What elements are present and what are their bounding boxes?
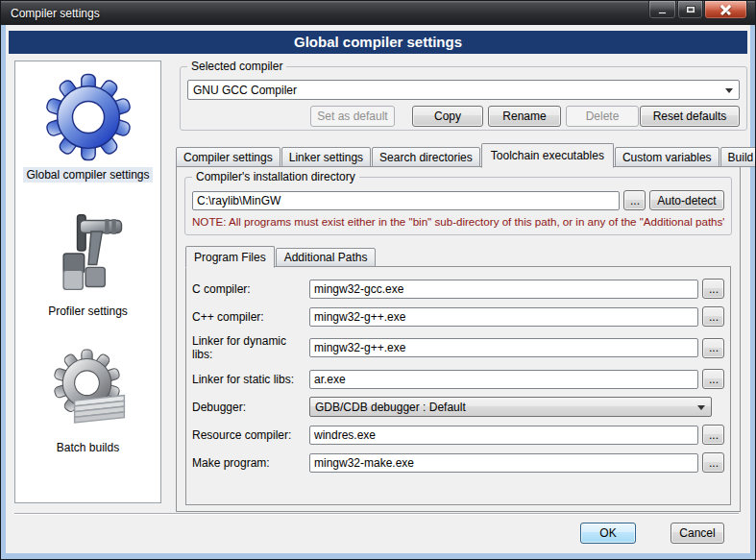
cpp-compiler-row: C++ compiler: ... [192, 306, 724, 327]
minimize-icon [658, 12, 667, 14]
compiler-buttons-row: Set as default Copy Rename Delete Reset … [187, 106, 740, 127]
sidebar-item-label: Global compiler settings [23, 167, 152, 183]
selected-compiler-group-label: Selected compiler [187, 60, 286, 73]
tab-build-options[interactable]: Build options [720, 147, 756, 167]
ok-button[interactable]: OK [580, 523, 636, 544]
static-linker-label: Linker for static libs: [192, 373, 309, 386]
installation-directory-row: ... Auto-detect [192, 190, 724, 210]
make-program-row: Make program: ... [192, 452, 724, 473]
blue-gear-icon [42, 71, 134, 163]
c-compiler-browse-button[interactable]: ... [702, 279, 724, 299]
cancel-button[interactable]: Cancel [671, 523, 724, 544]
static-linker-browse-button[interactable]: ... [702, 369, 724, 389]
chevron-down-icon [725, 88, 733, 93]
resource-compiler-row: Resource compiler: ... [192, 425, 724, 445]
debugger-combobox[interactable]: GDB/CDB debugger : Default [309, 397, 712, 417]
main-panel: Selected compiler GNU GCC Compiler Set a… [171, 61, 749, 512]
tab-compiler-settings[interactable]: Compiler settings [176, 147, 280, 167]
make-program-input[interactable] [309, 453, 698, 473]
close-button[interactable] [704, 1, 747, 19]
c-compiler-input[interactable] [309, 280, 698, 299]
titlebar[interactable]: Compiler settings [1, 1, 755, 25]
static-linker-row: Linker for static libs: ... [192, 369, 724, 389]
main-tabstrip: Compiler settings Linker settings Search… [171, 142, 749, 167]
reset-defaults-button[interactable]: Reset defaults [640, 106, 740, 127]
tab-toolchain-executables[interactable]: Toolchain executables [481, 143, 614, 168]
cpp-compiler-label: C++ compiler: [192, 310, 309, 324]
debugger-row: Debugger: GDB/CDB debugger : Default [192, 397, 724, 417]
c-compiler-label: C compiler: [192, 282, 309, 296]
dynamic-linker-label: Linker for dynamic libs: [192, 334, 309, 361]
debugger-value: GDB/CDB debugger : Default [315, 401, 466, 414]
resource-compiler-label: Resource compiler: [192, 428, 309, 442]
tab-linker-settings[interactable]: Linker settings [281, 147, 371, 167]
bin-subdirectory-note: NOTE: All programs must exist either in … [192, 215, 724, 228]
auto-detect-button[interactable]: Auto-detect [649, 190, 724, 210]
sidebar-item-label: Batch builds [54, 440, 122, 455]
resource-compiler-browse-button[interactable]: ... [702, 425, 724, 445]
window-title: Compiler settings [1, 7, 100, 20]
footer-buttons: OK Cancel [580, 523, 724, 544]
sidebar-item-label: Profiler settings [45, 304, 131, 319]
resource-compiler-input[interactable] [309, 426, 698, 445]
selected-compiler-group: Selected compiler GNU GCC Compiler Set a… [180, 66, 747, 131]
dynamic-linker-input[interactable] [309, 338, 698, 357]
make-program-browse-button[interactable]: ... [702, 452, 724, 473]
tab-custom-variables[interactable]: Custom variables [615, 147, 719, 167]
dialog-header-title: Global compiler settings [9, 31, 747, 54]
set-as-default-button[interactable]: Set as default [310, 106, 395, 127]
selected-compiler-value: GNU GCC Compiler [193, 84, 297, 97]
sidebar-item-global-compiler-settings[interactable]: Global compiler settings [15, 71, 160, 183]
dynamic-linker-row: Linker for dynamic libs: ... [192, 334, 724, 361]
window-controls [647, 1, 747, 19]
copy-button[interactable]: Copy [412, 106, 483, 127]
close-icon [720, 5, 731, 15]
delete-button[interactable]: Delete [566, 106, 639, 127]
dynamic-linker-browse-button[interactable]: ... [702, 338, 724, 358]
installation-directory-browse-button[interactable]: ... [623, 190, 646, 210]
sidebar-item-batch-builds[interactable]: Batch builds [15, 344, 160, 455]
maximize-button[interactable] [677, 1, 703, 19]
static-linker-input[interactable] [309, 370, 698, 389]
make-program-label: Make program: [192, 456, 309, 470]
installation-directory-input[interactable] [192, 191, 620, 210]
footer-divider [14, 513, 739, 514]
minimize-button[interactable] [648, 1, 676, 19]
selected-compiler-combobox[interactable]: GNU GCC Compiler [187, 80, 740, 100]
compiler-settings-window: Compiler settings Global compiler settin… [0, 0, 756, 560]
program-files-tabstrip: Program Files Additional Paths [183, 245, 734, 267]
caliper-icon [42, 207, 134, 300]
installation-directory-group-label: Compiler's installation directory [192, 170, 359, 183]
chevron-down-icon [697, 405, 705, 410]
tab-search-directories[interactable]: Search directories [372, 147, 480, 167]
program-files-page: C compiler: ... C++ compiler: ... Linker… [185, 266, 731, 505]
toolchain-executables-page: Compiler's installation directory ... Au… [176, 166, 741, 512]
dialog-body: Global compiler settings [6, 25, 750, 553]
subtab-program-files[interactable]: Program Files [185, 246, 275, 268]
sidebar: Global compiler settings [14, 61, 161, 503]
subtab-additional-paths[interactable]: Additional Paths [276, 248, 377, 267]
gear-stack-icon [42, 344, 134, 436]
cpp-compiler-browse-button[interactable]: ... [702, 306, 724, 327]
sidebar-item-profiler-settings[interactable]: Profiler settings [15, 207, 160, 319]
rename-button[interactable]: Rename [488, 106, 561, 127]
c-compiler-row: C compiler: ... [192, 279, 724, 299]
debugger-label: Debugger: [192, 401, 309, 414]
installation-directory-group: Compiler's installation directory ... Au… [184, 177, 732, 235]
cpp-compiler-input[interactable] [309, 307, 698, 327]
maximize-icon [686, 6, 695, 13]
